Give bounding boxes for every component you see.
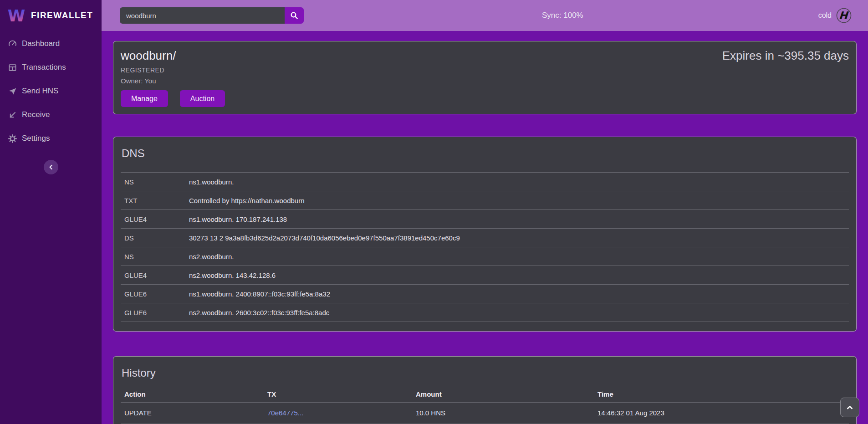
gear-icon [8,134,17,143]
domain-card-left: woodburn/ REGISTERED Owner: You Manage A… [121,48,225,107]
sidebar-collapse-button[interactable] [44,160,58,174]
sidebar: W FIREWALLET Dashboard Transactions [0,0,102,424]
domain-expiry: Expires in ~395.35 days [722,49,849,107]
dns-card: DNS NS ns1.woodburn. TXT Controlled by h… [113,137,857,332]
dns-record-type: GLUE4 [121,266,185,285]
dns-record-row: GLUE6 ns1.woodburn. 2400:8907::f03c:93ff… [121,285,849,303]
sidebar-item-label: Receive [22,110,50,119]
dns-record-type: TXT [121,191,185,210]
dns-record-value: ns1.woodburn. 170.187.241.138 [185,210,849,229]
svg-text:W: W [8,7,26,25]
sidebar-nav: Dashboard Transactions Send HNS Receive [0,31,102,147]
dns-record-value: 30273 13 2 9a3a8fb3d625d2a2073d740f10da6… [185,229,849,247]
history-col-action: Action [121,387,264,402]
gauge-icon [8,40,17,48]
domain-card: woodburn/ REGISTERED Owner: You Manage A… [113,41,857,114]
auction-button[interactable]: Auction [180,90,225,107]
dns-record-row: NS ns1.woodburn. [121,173,849,191]
domain-actions: Manage Auction [121,90,225,107]
history-card: History Action TX Amount Time UPDATE 70e… [113,356,857,424]
svg-text:H: H [838,10,849,21]
dns-record-row: TXT Controlled by https://nathan.woodbur… [121,191,849,210]
history-table: Action TX Amount Time UPDATE 70e64775...… [121,387,849,424]
history-action: UPDATE [121,402,264,424]
table-icon [8,63,17,72]
domain-name: woodburn/ [121,49,225,63]
handshake-logo-icon: H [836,8,852,23]
dns-record-type: DS [121,229,185,247]
history-col-time: Time [594,387,849,402]
wallet-name: cold [818,11,832,20]
sidebar-item-label: Transactions [22,63,66,72]
search-input[interactable] [120,7,285,24]
dns-record-value: ns2.woodburn. [185,247,849,266]
dns-record-value: ns2.woodburn. 2600:3c02::f03c:93ff:fe5a:… [185,303,849,322]
dns-record-type: GLUE6 [121,303,185,322]
wallet-indicator[interactable]: cold H [818,0,852,31]
sidebar-item-label: Dashboard [22,39,60,48]
receive-arrow-icon [8,111,17,119]
sidebar-item-dashboard[interactable]: Dashboard [0,36,102,52]
search-icon [290,11,298,20]
history-col-tx: TX [264,387,412,402]
topbar: Sync: 100% cold H [102,0,868,31]
dns-record-row: GLUE4 ns1.woodburn. 170.187.241.138 [121,210,849,229]
dns-record-row: GLUE6 ns2.woodburn. 2600:3c02::f03c:93ff… [121,303,849,322]
history-amount: 10.0 HNS [412,402,594,424]
sidebar-item-transactions[interactable]: Transactions [0,59,102,76]
sidebar-item-send-hns[interactable]: Send HNS [0,83,102,99]
app-logo: W FIREWALLET [0,0,102,31]
main-content: woodburn/ REGISTERED Owner: You Manage A… [102,31,868,424]
dns-record-value: ns1.woodburn. [185,173,849,191]
dns-record-type: GLUE4 [121,210,185,229]
app-title: FIREWALLET [31,10,93,20]
dns-title: DNS [122,147,849,160]
sidebar-item-label: Settings [22,134,50,143]
dns-record-type: NS [121,247,185,266]
dns-record-value: ns2.woodburn. 143.42.128.6 [185,266,849,285]
history-col-amount: Amount [412,387,594,402]
history-title: History [122,367,849,379]
search-button[interactable] [285,7,304,24]
dns-table: NS ns1.woodburn. TXT Controlled by https… [121,172,849,322]
dns-record-row: DS 30273 13 2 9a3a8fb3d625d2a2073d740f10… [121,229,849,247]
history-time: 14:46:32 01 Aug 2023 [594,402,849,424]
sidebar-item-settings[interactable]: Settings [0,130,102,147]
search-bar [120,7,304,24]
manage-button[interactable]: Manage [121,90,168,107]
dns-record-row: NS ns2.woodburn. [121,247,849,266]
firewallet-logo-icon: W [7,6,26,25]
dns-record-type: NS [121,173,185,191]
send-icon [8,87,17,96]
sidebar-item-receive[interactable]: Receive [0,107,102,123]
history-header-row: Action TX Amount Time [121,387,849,402]
domain-owner: Owner: You [121,77,225,85]
sync-status: Sync: 100% [542,0,583,31]
chevron-left-icon [48,164,54,170]
history-row: UPDATE 70e64775... 10.0 HNS 14:46:32 01 … [121,402,849,424]
dns-record-row: GLUE4 ns2.woodburn. 143.42.128.6 [121,266,849,285]
dns-record-value: ns1.woodburn. 2400:8907::f03c:93ff:fe5a:… [185,285,849,303]
scroll-to-top-button[interactable] [840,398,859,417]
tx-link[interactable]: 70e64775... [267,409,303,417]
dns-record-value: Controlled by https://nathan.woodburn [185,191,849,210]
chevron-up-icon [846,404,853,411]
sidebar-item-label: Send HNS [22,87,58,96]
dns-record-type: GLUE6 [121,285,185,303]
domain-status: REGISTERED [121,66,225,74]
